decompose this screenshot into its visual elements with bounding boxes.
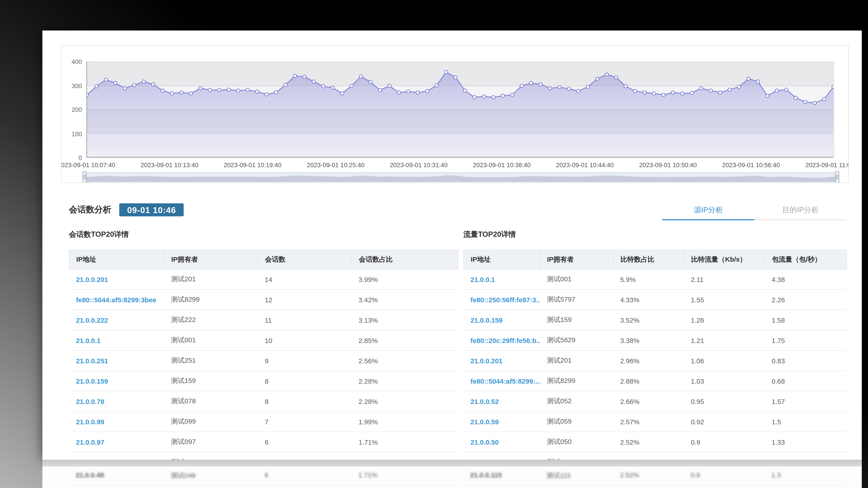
ip-address-link[interactable]: 21.0.0.251 — [76, 357, 108, 365]
ip-address-link[interactable]: 21.0.0.159 — [470, 316, 502, 324]
ip-address-link[interactable]: 21.0.0.201 — [470, 357, 502, 365]
ip-address-link[interactable]: fe80::5044:af5:8299:... — [470, 377, 540, 385]
ip-address-link[interactable]: fe80::20c:29ff:fe56:b... — [470, 336, 540, 344]
ip-address-link[interactable]: 21.0.0.59 — [470, 418, 499, 426]
cell: 1.55 — [684, 289, 765, 310]
cell: 测试251 — [164, 350, 258, 371]
ip-address-link[interactable]: 21.0.0.222 — [76, 316, 108, 324]
y-axis-label: 300 — [72, 82, 82, 89]
blurred-table-row: 21.0.0.48测试04861.71% — [69, 466, 458, 486]
blurred-table-row: 21.0.0.115测试1152.52%0.91.3 — [463, 466, 846, 486]
cell: 12 — [258, 289, 352, 310]
cell: 2.52% — [614, 432, 684, 452]
y-axis-label: 0 — [79, 154, 82, 161]
cell: 11 — [258, 310, 352, 330]
ip-cell: 21.0.0.201 — [464, 350, 540, 371]
cell: 2.26 — [765, 289, 847, 310]
tab-dest-ip-analysis[interactable]: 目的IP分析 — [754, 202, 847, 219]
cell: 2.52% — [620, 471, 639, 479]
ip-cell: 21.0.0.99 — [69, 412, 164, 432]
sessions-line-chart — [87, 62, 834, 158]
table-row: 21.0.0.52测试0522.66%0.951.57 — [464, 391, 847, 412]
ip-address-link[interactable]: 21.0.0.97 — [76, 438, 104, 446]
ip-address-link[interactable]: fe80::5044:af5:8299:3bee — [76, 296, 156, 304]
ip-cell: 21.0.0.1 — [69, 330, 164, 350]
cell: 测试222 — [164, 310, 258, 330]
cell: 0.9 — [684, 432, 765, 452]
ip-cell: 21.0.0.201 — [69, 269, 164, 289]
table-row: 21.0.0.201测试2012.96%1.060.83 — [464, 350, 847, 371]
cell: 1.57 — [765, 391, 847, 412]
cell: 测试8299 — [540, 371, 614, 391]
ip-address-link[interactable]: 21.0.0.1 — [470, 275, 495, 283]
traffic-table-title: 流量TOP20详情 — [463, 229, 516, 239]
ip-address-link[interactable]: 21.0.0.50 — [470, 438, 499, 446]
x-axis-label: 2023-09-01 10:19:40 — [224, 162, 281, 168]
cell: 1.71% — [352, 432, 458, 452]
cell: 1.99% — [352, 412, 458, 432]
ip-address-link[interactable]: 21.0.0.99 — [76, 418, 104, 426]
table-row: 21.0.0.251测试25192.56% — [69, 350, 458, 371]
table-row: fe80::250:56ff:fe97:3...测试57974.33%1.552… — [464, 289, 847, 310]
ip-address-link[interactable]: 21.0.0.1 — [76, 336, 100, 344]
ip-cell: 21.0.0.159 — [69, 371, 164, 391]
cell: 测试097 — [164, 432, 258, 452]
ip-address-link[interactable]: 21.0.0.159 — [76, 377, 108, 385]
table-row: 21.0.0.1测试001102.85% — [69, 330, 458, 350]
cell: 测试099 — [164, 412, 258, 432]
x-axis-labels: 2023-09-01 10:07:402023-09-01 10:13:4020… — [87, 162, 834, 169]
cell: 测试8299 — [164, 289, 258, 310]
tab-source-ip-analysis[interactable]: 源IP分析 — [662, 202, 754, 219]
table-row: 21.0.0.59测试0592.57%0.921.5 — [464, 412, 847, 432]
cell: 测试201 — [540, 350, 614, 371]
cell: 3.52% — [614, 310, 684, 330]
cell: 7 — [258, 412, 352, 432]
sessions-table-title: 会话数TOP20详情 — [69, 229, 129, 239]
data-zoom-handle-left-icon[interactable] — [83, 171, 87, 183]
column-header: IP地址 — [69, 250, 164, 269]
cell: 3.99% — [352, 269, 458, 289]
column-header: IP拥有者 — [164, 250, 258, 269]
cell: 测试201 — [164, 269, 258, 289]
table-row: fe80::5044:af5:8299:3bee测试8299123.42% — [69, 289, 458, 310]
cell: 0.68 — [765, 371, 847, 391]
cell: 2.57% — [614, 412, 684, 432]
table-row: 21.0.0.78测试07882.28% — [69, 391, 458, 412]
ip-cell: 21.0.0.50 — [464, 432, 540, 452]
ip-address-link[interactable]: 21.0.0.78 — [76, 397, 104, 405]
ip-address-link[interactable]: fe80::250:56ff:fe97:3... — [470, 296, 540, 304]
traffic-top20-table: IP地址IP拥有者比特数占比比特流量（Kb/s）包流量（包/秒）21.0.0.1… — [463, 250, 847, 473]
cell: 1.03 — [684, 371, 765, 391]
table-row: 21.0.0.222测试222113.13% — [69, 310, 458, 330]
page-background: 0100200300400 2023-09-01 10:07:402023-09… — [0, 0, 868, 488]
cell: 测试5797 — [540, 289, 614, 310]
data-zoom-slider[interactable] — [84, 172, 838, 183]
cell: 1.5 — [765, 412, 847, 432]
cell: 0.92 — [684, 412, 765, 432]
cell: 1.3 — [772, 471, 781, 479]
ip-address-link[interactable]: 21.0.0.201 — [76, 275, 108, 283]
cell: 5.9% — [614, 269, 684, 289]
table-row: 21.0.0.159测试15982.28% — [69, 371, 458, 391]
ip-cell: 21.0.0.52 — [464, 391, 540, 412]
x-axis-label: 2023-09-01 11:04:40 — [805, 162, 849, 168]
cell: 6 — [265, 471, 268, 479]
table-row: 21.0.0.97测试09761.71% — [69, 432, 458, 452]
x-axis-label: 2023-09-01 10:50:40 — [639, 162, 697, 168]
cell: 1.71% — [358, 471, 377, 479]
column-header: 比特数占比 — [614, 250, 684, 269]
cell: 1.06 — [684, 350, 765, 371]
cell: 测试159 — [164, 371, 258, 391]
table-row: 21.0.0.1测试0015.9%2.114.38 — [464, 269, 847, 289]
x-axis-label: 2023-09-01 10:07:40 — [61, 162, 115, 168]
ip-cell: fe80::5044:af5:8299:... — [464, 371, 540, 391]
cell: 测试048 — [170, 471, 195, 481]
ip-cell: 21.0.0.222 — [69, 310, 164, 330]
cell: 1.33 — [765, 432, 847, 452]
data-zoom-handle-right-icon[interactable] — [835, 171, 839, 183]
cell: 3.13% — [352, 310, 458, 330]
sessions-chart-panel: 0100200300400 2023-09-01 10:07:402023-09… — [61, 45, 849, 183]
ip-address-link[interactable]: 21.0.0.52 — [470, 397, 499, 405]
time-badge: 09-01 10:46 — [119, 203, 184, 216]
x-axis-label: 2023-09-01 10:31:40 — [390, 162, 447, 168]
